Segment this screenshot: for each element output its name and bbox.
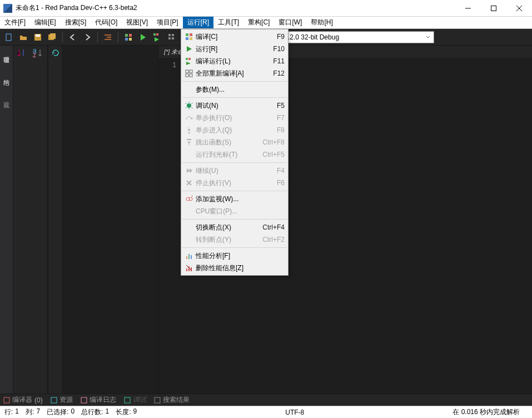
side-tab-project-mgmt[interactable]: 项目管理 <box>1 48 12 57</box>
refresh-icon[interactable] <box>51 48 61 58</box>
run-menu-item[interactable]: 运行[R]F10 <box>181 43 288 55</box>
svg-text:+: + <box>190 195 193 199</box>
menu-refactor[interactable]: 重构[C] <box>243 17 274 28</box>
run-menu-item[interactable]: 编译运行(L)F11 <box>181 55 288 67</box>
menu-item-label: 转到断点(Y) <box>195 235 262 245</box>
compile-button[interactable] <box>122 31 135 44</box>
step-into-icon <box>183 126 195 134</box>
menu-window[interactable]: 窗口[W] <box>274 17 306 28</box>
maximize-button[interactable] <box>481 0 506 17</box>
run-menu-item[interactable]: 性能分析[F] <box>181 250 288 262</box>
svg-rect-17 <box>168 37 171 39</box>
svg-rect-33 <box>190 37 192 40</box>
menu-run[interactable]: 运行[R] <box>183 17 213 28</box>
toolbar-separator <box>118 32 118 43</box>
side-tab-structure[interactable]: 结构 <box>1 70 12 79</box>
menu-item-shortcut: F11 <box>273 57 285 65</box>
svg-rect-42 <box>187 139 191 140</box>
run-menu-item[interactable]: 切换断点(X)Ctrl+F4 <box>181 221 288 233</box>
bottom-tab-label: 资源 <box>59 395 73 405</box>
line-gutter: 1 <box>158 59 181 394</box>
run-button[interactable] <box>136 31 150 44</box>
run-menu-item: 转到断点(Y)Ctrl+F2 <box>181 233 288 246</box>
bottom-tab-debug[interactable]: 调试 <box>124 395 146 405</box>
rebuild-icon <box>183 69 195 77</box>
sort-by-type-icon[interactable] <box>17 48 27 58</box>
svg-rect-14 <box>156 33 158 36</box>
toolbar-separator <box>97 32 98 43</box>
step-out-icon <box>183 138 195 146</box>
menu-item-shortcut: F8 <box>277 126 285 134</box>
menu-view[interactable]: 视图[V] <box>122 17 152 28</box>
menu-item-label: 运行[R] <box>195 44 273 54</box>
run-menu-item[interactable]: 调试(N)F5 <box>181 99 288 112</box>
menu-project[interactable]: 项目[P] <box>152 17 183 28</box>
menu-item-shortcut: F12 <box>273 69 285 77</box>
new-file-button[interactable] <box>2 31 16 44</box>
svg-rect-46 <box>186 256 187 259</box>
profile-del-icon <box>183 264 195 272</box>
save-button[interactable] <box>31 31 44 44</box>
svg-rect-8 <box>50 33 56 39</box>
run-menu-item[interactable]: 全部重新编译[A]F12 <box>181 67 288 79</box>
sb-col-value: 7 <box>36 407 40 417</box>
menu-item-shortcut: F9 <box>277 33 285 41</box>
sort-alpha-icon[interactable]: az <box>32 48 42 58</box>
svg-rect-34 <box>186 58 188 60</box>
compile-run-button[interactable] <box>151 31 164 44</box>
bottom-tab-search-result[interactable]: 搜索结果 <box>154 395 190 405</box>
bottom-tab-label: 调试 <box>133 395 146 405</box>
menu-item-label: 添加监视(W)... <box>195 195 285 204</box>
pane-extra-tools <box>48 46 63 394</box>
continue-icon <box>183 167 195 175</box>
save-all-button[interactable] <box>46 31 59 44</box>
run-menu-item: 单步进入(Q)F8 <box>181 124 288 136</box>
menu-item-shortcut: F10 <box>273 45 285 53</box>
chevron-down-icon <box>426 35 430 39</box>
svg-rect-48 <box>191 255 192 259</box>
menu-separator <box>182 162 287 163</box>
back-button[interactable] <box>66 31 79 44</box>
menu-file[interactable]: 文件[F] <box>0 17 30 28</box>
rebuild-all-button[interactable] <box>165 31 178 44</box>
menu-code[interactable]: 代码[O] <box>91 17 122 28</box>
window-title: 未命名1 - Red Panda Dev-C++ 6.3-beta2 <box>16 3 455 13</box>
menu-help[interactable]: 帮助[H] <box>306 17 337 28</box>
svg-rect-50 <box>188 266 190 271</box>
sb-total-value: 1 <box>105 407 109 417</box>
svg-rect-26 <box>51 397 57 403</box>
menu-item-label: 单步进入(Q) <box>195 126 277 135</box>
menu-tools[interactable]: 工具[T] <box>213 17 243 28</box>
open-file-button[interactable] <box>17 31 30 44</box>
bottom-tab-compile-log[interactable]: 编译日志 <box>81 395 116 405</box>
side-tab-watch[interactable]: 监视 <box>1 92 12 101</box>
menu-item-shortcut: F7 <box>277 114 285 122</box>
run-menu-item[interactable]: +添加监视(W)... <box>181 193 288 205</box>
menu-item-label: 性能分析[F] <box>195 251 285 261</box>
menu-search[interactable]: 搜索[S] <box>61 17 91 28</box>
menu-edit[interactable]: 编辑[E] <box>30 17 61 28</box>
forward-button[interactable] <box>81 31 94 44</box>
app-icon <box>3 4 12 13</box>
svg-rect-4 <box>6 34 11 41</box>
line-number: 1 <box>158 61 176 69</box>
minimize-button[interactable] <box>455 0 481 17</box>
bottom-tab-resource[interactable]: 资源 <box>51 395 73 405</box>
sb-len-label: 长度: <box>116 407 131 417</box>
menu-item-label: 调试(N) <box>195 101 277 111</box>
run-menu-item[interactable]: 删除性能信息[Z] <box>181 262 288 274</box>
close-button[interactable] <box>506 0 532 17</box>
svg-rect-30 <box>186 33 188 36</box>
indent-button[interactable] <box>101 31 115 44</box>
menu-item-shortcut: F5 <box>277 102 285 110</box>
run-menu-item[interactable]: 编译[C]F9 <box>181 31 288 43</box>
menu-item-label: 编译[C] <box>195 32 277 42</box>
menu-separator <box>182 219 287 220</box>
compile-icon <box>183 33 195 41</box>
titlebar: 未命名1 - Red Panda Dev-C++ 6.3-beta2 <box>0 0 532 17</box>
bottom-tab-compiler[interactable]: 编译器(0) <box>3 395 43 405</box>
menu-item-label: 切换断点(X) <box>195 223 262 232</box>
profile-icon <box>183 252 195 260</box>
compiler-icon <box>3 397 10 404</box>
run-menu-item[interactable]: 参数(M)... <box>181 83 288 96</box>
